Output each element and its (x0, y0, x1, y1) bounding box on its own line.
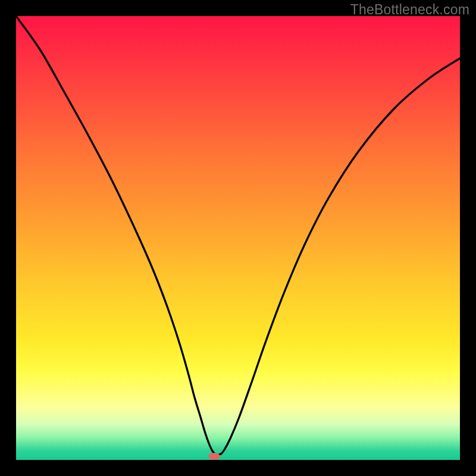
bottleneck-curve (16, 16, 460, 455)
gradient-plot-area (16, 16, 460, 460)
bottleneck-chart (16, 16, 460, 460)
optimal-point-marker (208, 453, 220, 460)
watermark-text: TheBottleneck.com (350, 2, 469, 18)
